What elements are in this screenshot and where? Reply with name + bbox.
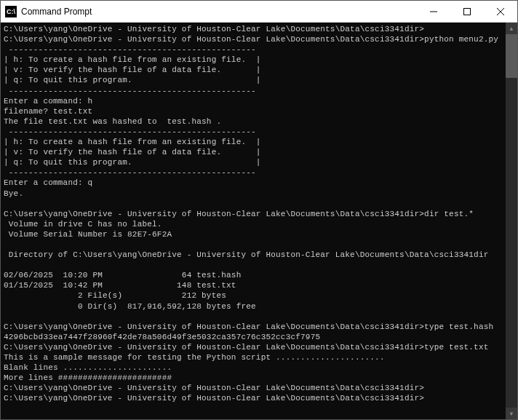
window-title: Command Prompt [21,7,417,17]
minimize-icon [430,8,437,15]
minimize-button[interactable] [417,1,450,22]
svg-rect-0 [464,8,471,15]
close-icon [497,8,504,15]
close-button[interactable] [484,1,517,22]
terminal-area: C:\Users\yang\OneDrive - University of H… [1,23,517,419]
scrollbar-thumb[interactable] [506,34,517,78]
app-icon: C:\ [5,6,17,17]
scroll-down-button[interactable]: ▼ [506,408,517,419]
terminal-output[interactable]: C:\Users\yang\OneDrive - University of H… [1,23,506,419]
maximize-icon [463,8,471,15]
vertical-scrollbar[interactable]: ▲ ▼ [506,23,517,419]
window-frame: C:\ Command Prompt C:\Users\yang\OneDriv… [0,0,518,420]
titlebar[interactable]: C:\ Command Prompt [1,1,517,23]
maximize-button[interactable] [450,1,484,22]
window-controls [417,1,517,22]
scroll-up-button[interactable]: ▲ [506,23,517,34]
